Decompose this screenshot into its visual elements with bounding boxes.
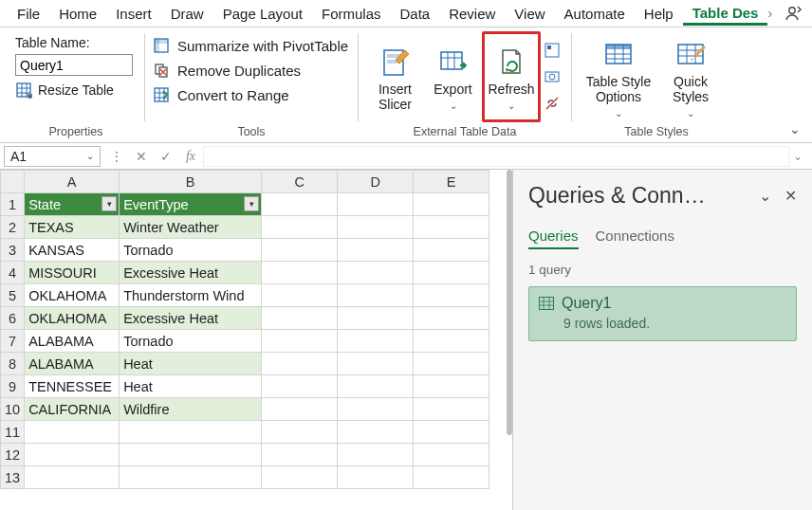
panel-collapse-icon[interactable]: ⌄ (759, 187, 771, 205)
unlink-icon[interactable] (543, 94, 562, 113)
cell-A8[interactable]: ALABAMA (25, 353, 120, 375)
cell-D6[interactable] (338, 307, 414, 330)
share-icon[interactable] (784, 4, 803, 23)
row-header-3[interactable]: 3 (1, 239, 25, 262)
ribbon-expand-icon[interactable]: ⌄ (789, 121, 801, 137)
cell-E1[interactable] (414, 193, 489, 216)
col-header-B[interactable]: B (120, 171, 262, 193)
cell-E2[interactable] (414, 216, 489, 239)
cell-A4[interactable]: MISSOURI (25, 262, 120, 284)
cell-D11[interactable] (338, 421, 414, 444)
cell-A2[interactable]: TEXAS (25, 216, 120, 239)
query-card[interactable]: Query1 9 rows loaded. (528, 286, 797, 341)
cell-C5[interactable] (262, 284, 338, 307)
cell-E9[interactable] (414, 375, 489, 398)
cell-B11[interactable] (120, 421, 262, 444)
cancel-formula-icon[interactable]: ✕ (129, 149, 154, 164)
cell-E8[interactable] (414, 353, 489, 375)
cell-D7[interactable] (338, 330, 414, 353)
name-box[interactable]: A1 ⌄ (4, 146, 101, 167)
row-header-10[interactable]: 10 (1, 398, 25, 421)
cell-D10[interactable] (338, 398, 414, 421)
cell-D8[interactable] (338, 353, 414, 375)
cell-B13[interactable] (120, 466, 262, 489)
table-name-input[interactable] (15, 54, 133, 76)
row-header-13[interactable]: 13 (1, 466, 25, 489)
cell-D9[interactable] (338, 375, 414, 398)
filter-dropdown-B[interactable]: ▾ (244, 196, 259, 211)
filter-dropdown-A[interactable]: ▾ (102, 196, 117, 211)
col-header-C[interactable]: C (262, 171, 338, 193)
tab-pagelayout[interactable]: Page Layout (213, 2, 312, 26)
cell-E10[interactable] (414, 398, 489, 421)
cell-D4[interactable] (338, 262, 414, 284)
cell-D5[interactable] (338, 284, 414, 307)
row-header-7[interactable]: 7 (1, 330, 25, 353)
resize-table-button[interactable]: Resize Table (15, 80, 133, 99)
row-header-1[interactable]: 1 (1, 193, 25, 216)
fx-icon[interactable]: fx (178, 149, 203, 164)
panel-close-icon[interactable]: ✕ (784, 187, 797, 205)
tab-insert[interactable]: Insert (106, 2, 161, 26)
tab-review[interactable]: Review (439, 2, 505, 26)
accept-formula-icon[interactable]: ✓ (154, 149, 178, 164)
cell-A13[interactable] (25, 466, 120, 489)
cell-B3[interactable]: Tornado (120, 239, 262, 262)
cell-C4[interactable] (262, 262, 338, 284)
row-header-4[interactable]: 4 (1, 262, 25, 284)
tab-draw[interactable]: Draw (161, 2, 213, 26)
cell-D3[interactable] (338, 239, 414, 262)
cell-E6[interactable] (414, 307, 489, 330)
cell-B9[interactable]: Heat (120, 375, 262, 398)
refresh-button[interactable]: Refresh⌄ (485, 34, 538, 119)
cell-A12[interactable] (25, 444, 120, 466)
select-all-corner[interactable] (1, 171, 25, 193)
tab-data[interactable]: Data (390, 2, 439, 26)
row-header-6[interactable]: 6 (1, 307, 25, 330)
quick-styles-button[interactable]: Quick Styles ⌄ (657, 31, 724, 122)
cell-A9[interactable]: TENNESSEE (25, 375, 120, 398)
col-header-E[interactable]: E (414, 171, 489, 193)
tab-formulas[interactable]: Formulas (312, 2, 391, 26)
row-header-12[interactable]: 12 (1, 444, 25, 466)
cell-C1[interactable] (262, 193, 338, 216)
row-header-5[interactable]: 5 (1, 284, 25, 307)
cell-B8[interactable]: Heat (120, 353, 262, 375)
cell-A7[interactable]: ALABAMA (25, 330, 120, 353)
tab-file[interactable]: File (8, 2, 49, 26)
cell-D1[interactable] (338, 193, 414, 216)
row-header-11[interactable]: 11 (1, 421, 25, 444)
cell-E4[interactable] (414, 262, 489, 284)
cell-E12[interactable] (414, 444, 489, 466)
remove-duplicates-button[interactable]: Remove Duplicates (153, 62, 348, 79)
cell-C8[interactable] (262, 353, 338, 375)
cell-E13[interactable] (414, 466, 489, 489)
cell-E5[interactable] (414, 284, 489, 307)
tab-view[interactable]: View (505, 2, 554, 26)
cell-D13[interactable] (338, 466, 414, 489)
export-button[interactable]: Export⌄ (424, 31, 482, 122)
cell-B10[interactable]: Wildfire (120, 398, 262, 421)
formula-expand-icon[interactable]: ⌄ (793, 150, 803, 163)
tab-help[interactable]: Help (635, 2, 683, 26)
table-style-options-button[interactable]: Table Style Options ⌄ (580, 31, 657, 122)
properties-icon[interactable] (543, 41, 562, 60)
tab-tabledesign[interactable]: Table Des (683, 1, 768, 26)
tab-home[interactable]: Home (49, 2, 106, 26)
cell-D2[interactable] (338, 216, 414, 239)
open-browser-icon[interactable] (543, 67, 562, 86)
cell-B2[interactable]: Winter Weather (120, 216, 262, 239)
cell-C13[interactable] (262, 466, 338, 489)
row-header-8[interactable]: 8 (1, 353, 25, 375)
cell-E11[interactable] (414, 421, 489, 444)
cell-D12[interactable] (338, 444, 414, 466)
row-header-9[interactable]: 9 (1, 375, 25, 398)
cell-C6[interactable] (262, 307, 338, 330)
cell-E7[interactable] (414, 330, 489, 353)
spreadsheet-grid[interactable]: ABCDE1State▾EventType▾2TEXASWinter Weath… (0, 170, 512, 510)
cell-C9[interactable] (262, 375, 338, 398)
cell-B6[interactable]: Excessive Heat (120, 307, 262, 330)
cell-B5[interactable]: Thunderstorm Wind (120, 284, 262, 307)
cell-E3[interactable] (414, 239, 489, 262)
panel-tab-connections[interactable]: Connections (596, 228, 674, 249)
